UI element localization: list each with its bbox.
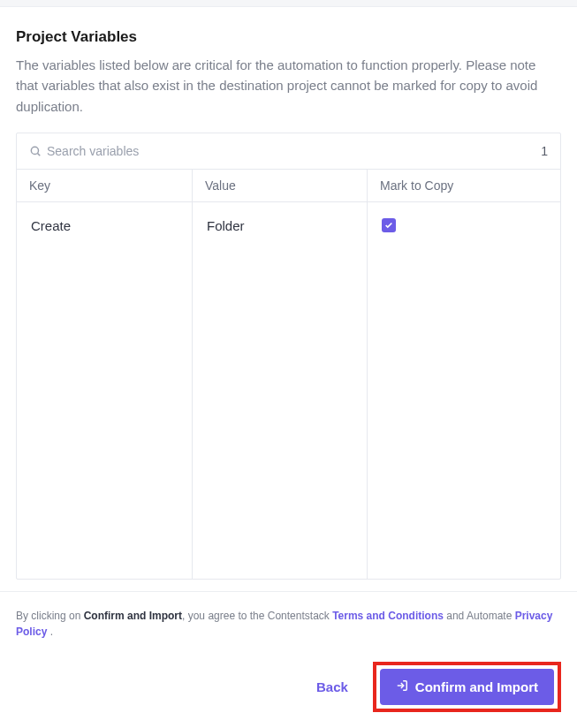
- svg-line-1: [38, 153, 41, 155]
- search-icon: [29, 145, 42, 157]
- table-row: Folder: [193, 202, 367, 249]
- top-divider: [0, 0, 577, 7]
- agree-mid2: and Automate: [444, 610, 515, 622]
- button-row: Back Confirm and Import: [16, 662, 561, 712]
- svg-point-0: [31, 147, 38, 154]
- page-description: The variables listed below are critical …: [16, 55, 561, 117]
- column-header-key: Key: [17, 170, 193, 201]
- column-header-value: Value: [193, 170, 368, 201]
- back-button[interactable]: Back: [306, 671, 359, 703]
- agree-suffix: .: [47, 626, 53, 638]
- table-row: Create: [17, 202, 192, 249]
- agree-bold: Confirm and Import: [84, 610, 182, 622]
- footer: By clicking on Confirm and Import, you a…: [0, 591, 577, 728]
- agree-text: By clicking on Confirm and Import, you a…: [16, 608, 561, 641]
- variables-table: 1 Key Value Mark to Copy Create Folder: [16, 133, 561, 580]
- terms-link[interactable]: Terms and Conditions: [332, 610, 444, 622]
- agree-mid1: , you agree to the Contentstack: [182, 610, 332, 622]
- search-input[interactable]: [47, 144, 541, 158]
- confirm-import-label: Confirm and Import: [415, 679, 538, 694]
- highlight-annotation: Confirm and Import: [373, 662, 561, 712]
- table-col-value: Folder: [193, 202, 368, 579]
- agree-prefix: By clicking on: [16, 610, 84, 622]
- table-header: Key Value Mark to Copy: [17, 170, 560, 202]
- table-body: Create Folder: [17, 202, 560, 579]
- confirm-import-button[interactable]: Confirm and Import: [380, 669, 554, 705]
- column-header-mark: Mark to Copy: [368, 170, 560, 201]
- import-icon: [396, 679, 408, 694]
- main-content: Project Variables The variables listed b…: [0, 7, 577, 580]
- mark-to-copy-checkbox[interactable]: [382, 218, 396, 232]
- page-title: Project Variables: [16, 28, 561, 46]
- result-count: 1: [541, 144, 548, 158]
- search-row: 1: [17, 133, 560, 170]
- table-col-mark: [368, 202, 560, 579]
- table-col-key: Create: [17, 202, 193, 579]
